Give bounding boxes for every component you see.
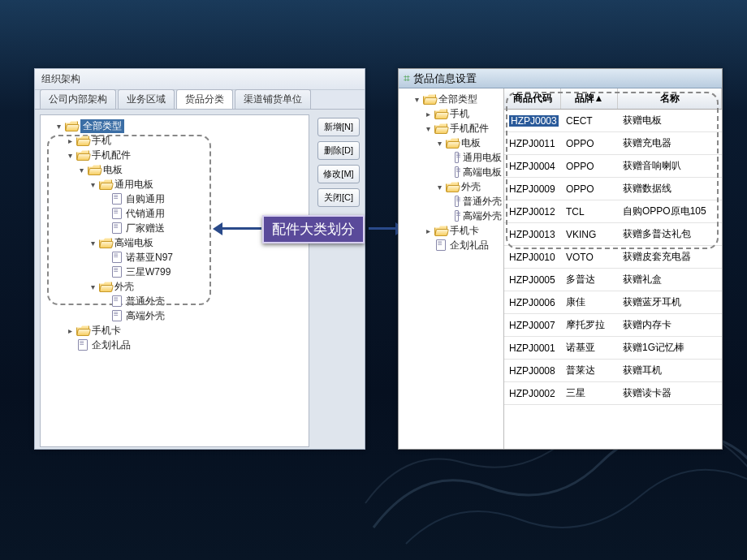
right-tree-node[interactable]: 高端外壳 <box>400 209 502 223</box>
expander-none <box>99 194 109 204</box>
right-tree-node[interactable]: ▾外壳 <box>400 179 502 194</box>
grid-row[interactable]: HZPJ0011OPPO获赠充电器 <box>504 132 722 155</box>
col-header-brand[interactable]: 品牌▲ <box>561 88 618 109</box>
expander-closed-icon[interactable]: ▸ <box>423 226 433 235</box>
grid-row[interactable]: HZPJ0006康佳获赠蓝牙耳机 <box>504 291 722 314</box>
product-category-tree[interactable]: ▾全部类型▸手机▾手机配件▾电板通用电板高端电板▾外壳普通外壳高端外壳▸手机卡企… <box>399 88 504 449</box>
panel-title: 组织架构 <box>35 69 365 90</box>
modify-button[interactable]: 修改[M] <box>317 165 360 183</box>
left-tree-node[interactable]: ▸手机卡 <box>42 323 307 338</box>
cell-name: 获赠皮套充电器 <box>618 250 722 264</box>
right-tree-node[interactable]: ▾手机配件 <box>400 121 502 136</box>
expander-none <box>423 240 433 250</box>
expander-closed-icon[interactable]: ▸ <box>65 136 75 145</box>
product-info-panel: ⌗ 货品信息设置 ▾全部类型▸手机▾手机配件▾电板通用电板高端电板▾外壳普通外壳… <box>398 68 723 450</box>
folder-icon <box>434 108 447 119</box>
grid-row[interactable]: HZPJ0002三星获赠读卡器 <box>504 382 722 405</box>
cell-name: 获赠音响喇叭 <box>618 159 722 173</box>
grid-row[interactable]: HZPJ0007摩托罗拉获赠内存卡 <box>504 314 722 337</box>
left-tree-node[interactable]: 高端外壳 <box>42 308 307 323</box>
tab-product-category[interactable]: 货品分类 <box>176 89 233 109</box>
expander-open-icon[interactable]: ▾ <box>412 94 421 104</box>
cell-name: 获赠数据线 <box>618 182 722 196</box>
expander-open-icon[interactable]: ▾ <box>88 238 97 248</box>
delete-button[interactable]: 删除[D] <box>317 141 360 160</box>
right-tree-node[interactable]: ▸手机 <box>400 106 502 121</box>
cell-name: 获赠1G记忆棒 <box>618 341 722 355</box>
folder-icon <box>434 123 447 134</box>
tree-node-label: 诺基亚N97 <box>126 251 173 265</box>
left-tree-node[interactable]: 三星W799 <box>42 265 307 279</box>
grid-row[interactable]: HZPJ0004OPPO获赠音响喇叭 <box>504 155 722 178</box>
expander-open-icon[interactable]: ▾ <box>88 179 97 189</box>
expander-none <box>99 209 109 218</box>
cell-brand: TCL <box>561 206 618 218</box>
right-tree-node[interactable]: 普通外壳 <box>400 194 502 209</box>
tree-node-label: 厂家赠送 <box>126 222 165 235</box>
left-tree-node[interactable]: ▸手机 <box>42 133 307 148</box>
grid-row[interactable]: HZPJ0010VOTO获赠皮套充电器 <box>504 246 722 269</box>
expander-open-icon[interactable]: ▾ <box>434 182 444 192</box>
expander-open-icon[interactable]: ▾ <box>434 138 444 148</box>
folder-icon <box>446 137 459 149</box>
left-tree-node[interactable]: ▾全部类型 <box>42 118 307 133</box>
right-tree-node[interactable]: ▾电板 <box>400 136 502 150</box>
tab-channel-unit[interactable]: 渠道铺货单位 <box>235 89 311 109</box>
tree-node-label: 手机 <box>92 134 111 148</box>
folder-icon <box>76 135 89 146</box>
category-tree-pane[interactable]: ▾全部类型▸手机▾手机配件▾电板▾通用电板自购通用代销通用厂家赠送▾高端电板诺基… <box>40 114 309 447</box>
cell-brand: OPPO <box>561 161 618 172</box>
left-tree-node[interactable]: 企划礼品 <box>42 338 307 352</box>
left-tree-node[interactable]: ▾电板 <box>42 162 307 177</box>
product-info-title: 货品信息设置 <box>413 71 477 86</box>
cell-name: 获赠耳机 <box>618 364 722 377</box>
expander-closed-icon[interactable]: ▸ <box>65 325 75 335</box>
left-tree-node[interactable]: ▾手机配件 <box>42 148 307 162</box>
close-button[interactable]: 关闭[C] <box>317 188 360 207</box>
add-button[interactable]: 新增[N] <box>317 118 360 136</box>
grid-row[interactable]: HZPJ0003CECT获赠电板 <box>504 110 722 132</box>
expander-open-icon[interactable]: ▾ <box>65 150 75 160</box>
grid-row[interactable]: HZPJ0009OPPO获赠数据线 <box>504 178 722 200</box>
expander-none <box>99 296 109 306</box>
tree-node-label: 电板 <box>461 136 481 150</box>
tree-node-label: 手机配件 <box>92 149 131 162</box>
expander-none <box>99 311 109 321</box>
right-tree-node[interactable]: 通用电板 <box>400 150 502 165</box>
right-tree-node[interactable]: 高端电板 <box>400 165 502 179</box>
expander-open-icon[interactable]: ▾ <box>54 121 63 131</box>
left-tree-node[interactable]: 普通外壳 <box>42 294 307 308</box>
left-tree-node[interactable]: 自购通用 <box>42 192 307 206</box>
grid-row[interactable]: HZPJ0001诺基亚获赠1G记忆棒 <box>504 337 722 360</box>
right-tree-node[interactable]: 企划礼品 <box>400 238 502 252</box>
tree-node-label: 代销通用 <box>126 207 165 221</box>
tab-company-structure[interactable]: 公司内部架构 <box>40 89 116 109</box>
tree-node-label: 手机卡 <box>92 324 121 338</box>
col-header-code[interactable]: 商品代码 <box>504 88 561 109</box>
cell-brand: 多普达 <box>561 273 618 286</box>
cell-brand: OPPO <box>561 138 618 149</box>
cell-brand: VKING <box>561 229 618 240</box>
expander-closed-icon[interactable]: ▸ <box>423 109 433 118</box>
expander-none <box>99 252 109 262</box>
left-tree-node[interactable]: ▾外壳 <box>42 279 307 294</box>
grid-row[interactable]: HZPJ0008普莱达获赠耳机 <box>504 360 722 382</box>
grid-row[interactable]: HZPJ0012TCL自购OPPO原电105 <box>504 200 722 223</box>
grid-body[interactable]: HZPJ0003CECT获赠电板HZPJ0011OPPO获赠充电器HZPJ000… <box>504 110 722 449</box>
tree-node-label: 全部类型 <box>80 119 124 133</box>
grid-row[interactable]: HZPJ0013VKING获赠多普达礼包 <box>504 223 722 246</box>
tree-node-label: 高端外壳 <box>126 309 165 323</box>
right-tree-node[interactable]: ▸手机卡 <box>400 223 502 238</box>
expander-open-icon[interactable]: ▾ <box>76 165 86 174</box>
right-tree-node[interactable]: ▾全部类型 <box>400 92 502 106</box>
col-header-name[interactable]: 名称 <box>618 88 722 109</box>
left-tree-node[interactable]: ▾通用电板 <box>42 177 307 192</box>
expander-open-icon[interactable]: ▾ <box>423 123 433 133</box>
left-tree-node[interactable]: 诺基亚N97 <box>42 250 307 265</box>
document-icon <box>453 152 460 163</box>
tab-business-area[interactable]: 业务区域 <box>118 89 175 109</box>
cell-code: HZPJ0009 <box>504 183 561 195</box>
expander-open-icon[interactable]: ▾ <box>88 282 97 291</box>
grid-row[interactable]: HZPJ0005多普达获赠礼盒 <box>504 269 722 291</box>
cell-name: 自购OPPO原电105 <box>618 205 722 218</box>
